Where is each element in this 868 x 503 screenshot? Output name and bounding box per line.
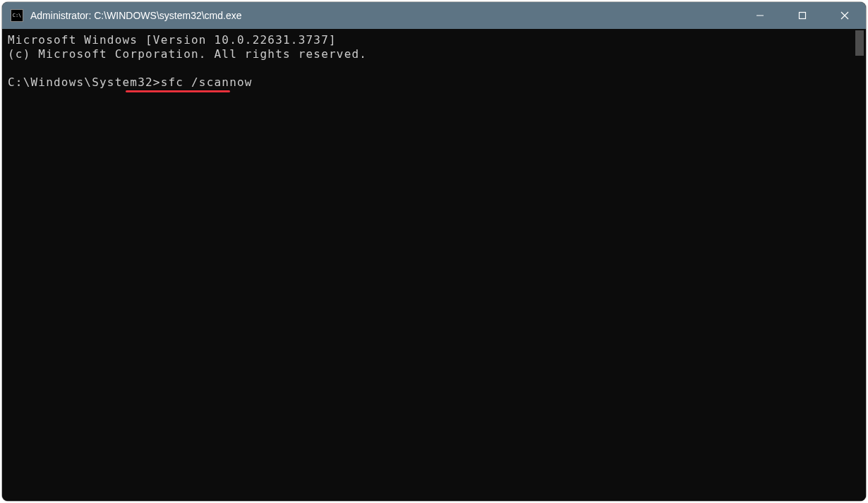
close-button[interactable] xyxy=(824,2,866,29)
vertical-scrollbar[interactable] xyxy=(853,29,866,501)
cmd-window: C:\ Administrator: C:\WINDOWS\system32\c… xyxy=(2,2,866,501)
close-icon xyxy=(840,11,849,20)
prompt: C:\Windows\System32> xyxy=(8,75,161,89)
window-controls xyxy=(739,2,866,29)
version-line: Microsoft Windows [Version 10.0.22631.37… xyxy=(8,33,337,47)
terminal-area: Microsoft Windows [Version 10.0.22631.37… xyxy=(2,29,866,501)
titlebar[interactable]: C:\ Administrator: C:\WINDOWS\system32\c… xyxy=(2,2,866,29)
cmd-icon-glyph: C:\ xyxy=(13,13,22,18)
minimize-icon xyxy=(756,11,764,20)
minimize-button[interactable] xyxy=(739,2,781,29)
window-title: Administrator: C:\WINDOWS\system32\cmd.e… xyxy=(30,10,739,21)
maximize-icon xyxy=(798,11,807,20)
command-input[interactable]: sfc /scannow xyxy=(161,75,253,89)
cmd-icon: C:\ xyxy=(11,9,23,22)
svg-rect-1 xyxy=(800,13,806,19)
scrollbar-thumb[interactable] xyxy=(855,30,864,56)
highlight-underline xyxy=(126,90,230,92)
copyright-line: (c) Microsoft Corporation. All rights re… xyxy=(8,47,367,61)
maximize-button[interactable] xyxy=(781,2,824,29)
terminal-output[interactable]: Microsoft Windows [Version 10.0.22631.37… xyxy=(2,29,853,501)
